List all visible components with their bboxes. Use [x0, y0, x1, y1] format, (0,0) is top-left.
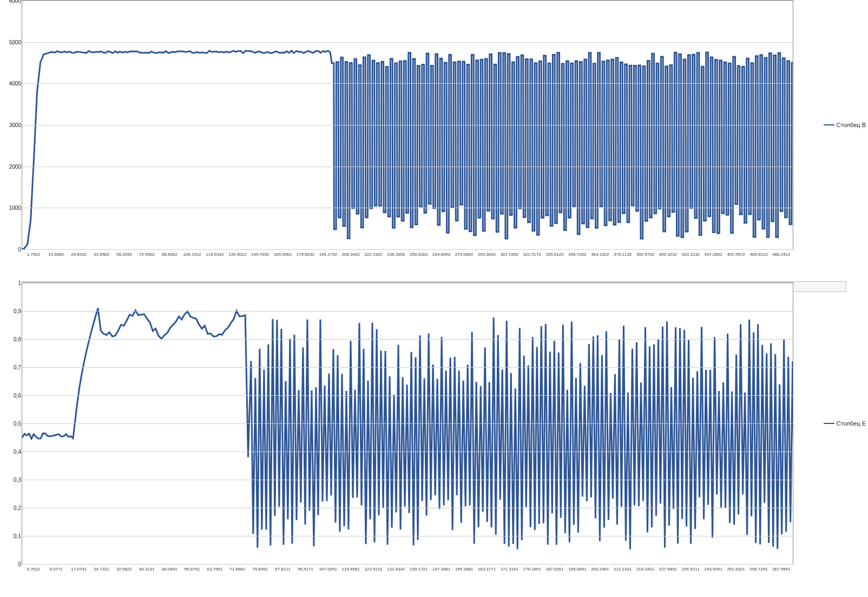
- x-tick-label: 321.5172: [521, 252, 543, 257]
- x-tick-label: 119.6342: [203, 252, 226, 257]
- gridline: [22, 423, 793, 424]
- x-tick-label: 115.4581: [339, 567, 362, 572]
- x-tick-label: 465.8312: [747, 252, 770, 257]
- x-tick-label: 87.8111: [272, 567, 294, 572]
- x-tick-label: 79.6991: [249, 567, 272, 572]
- gridline: [22, 452, 793, 452]
- x-tick-label: 71.6681: [226, 567, 249, 572]
- x-tick-label: 293.3842: [476, 252, 498, 257]
- x-tick-label: 155.2981: [453, 567, 476, 572]
- x-tick-label: 480.2412: [770, 252, 793, 257]
- x-tick-label: 219.3421: [634, 567, 657, 572]
- x-tick-label: 222.1922: [362, 252, 385, 257]
- chart-1-legend-swatch: [824, 124, 834, 125]
- x-tick-label: 88.8062: [158, 252, 181, 257]
- y-tick-label: 5000: [5, 39, 21, 45]
- x-tick-label: 187.0261: [543, 567, 566, 572]
- y-tick-label: 6000: [5, 0, 21, 4]
- chart-2-legend-swatch: [824, 423, 834, 424]
- x-tick-label: 95.5171: [294, 567, 317, 572]
- x-tick-label: 259.7251: [747, 567, 770, 572]
- x-tick-label: 264.8992: [430, 252, 453, 257]
- x-tick-label: 243.9291: [702, 567, 725, 572]
- chart-2: Столбец E 00,10,20,30,40,50,60,70,80,910…: [0, 277, 868, 591]
- y-tick-label: 4000: [5, 81, 21, 87]
- x-tick-label: 349.7202: [566, 252, 589, 257]
- x-tick-label: 267.5541: [770, 567, 793, 572]
- x-tick-label: 163.3771: [476, 567, 498, 572]
- gridline: [22, 83, 793, 84]
- gridline: [22, 480, 793, 480]
- x-tick-label: 131.4341: [385, 567, 407, 572]
- y-tick-label: 2000: [5, 163, 21, 169]
- y-tick-label: 1: [5, 280, 21, 286]
- x-tick-label: 227.9491: [657, 567, 680, 572]
- x-tick-label: 251.8321: [725, 567, 747, 572]
- gridline: [22, 125, 793, 125]
- x-tick-label: 179.1651: [521, 567, 543, 572]
- x-tick-label: 378.1132: [611, 252, 634, 257]
- x-tick-label: 63.7951: [203, 567, 226, 572]
- x-tick-label: 235.9111: [679, 567, 702, 572]
- y-tick-label: 0: [5, 247, 21, 253]
- x-tick-label: 392.5732: [634, 252, 657, 257]
- y-tick-label: 0,8: [5, 336, 21, 342]
- chart-1-series-label: Столбец B: [837, 122, 866, 128]
- y-tick-label: 0,7: [5, 364, 21, 370]
- y-tick-label: 3000: [5, 122, 21, 128]
- y-tick-label: 0,4: [5, 449, 21, 455]
- x-tick-label: 208.3442: [339, 252, 362, 257]
- chart-2-plot-area: Столбец E 00,10,20,30,40,50,60,70,80,910…: [22, 282, 793, 565]
- gridline: [22, 42, 793, 43]
- y-tick-label: 0: [5, 561, 21, 567]
- x-tick-label: 250.6262: [407, 252, 430, 257]
- x-tick-label: 1.7422: [22, 252, 45, 257]
- x-tick-label: 279.0892: [453, 252, 476, 257]
- x-tick-label: 17.0741: [68, 567, 90, 572]
- x-tick-label: 9.0771: [45, 567, 68, 572]
- x-tick-label: 165.0562: [272, 252, 294, 257]
- x-tick-label: 195.0941: [566, 567, 589, 572]
- x-tick-row: 1.742215.688229.693243.850258.204272.950…: [22, 252, 793, 257]
- x-tick-row: 0.78319.077117.074124.733132.582140.3131…: [22, 567, 793, 572]
- gridline: [22, 1, 793, 1]
- chart-1-legend: Столбец B: [824, 122, 866, 128]
- gridline: [22, 395, 793, 396]
- x-tick-label: 0.7831: [22, 567, 45, 572]
- y-tick-label: 0,6: [5, 393, 21, 399]
- y-tick-label: 0,3: [5, 477, 21, 483]
- x-tick-label: 134.9012: [226, 252, 249, 257]
- x-tick-label: 123.5131: [362, 567, 385, 572]
- x-tick-label: 451.5572: [725, 252, 747, 257]
- gridline: [22, 367, 793, 368]
- chart-2-legend: Столбец E: [824, 420, 866, 427]
- x-tick-label: 194.2742: [317, 252, 339, 257]
- x-tick-label: 72.9502: [135, 252, 158, 257]
- gridline: [22, 564, 793, 565]
- x-tick-label: 58.2042: [113, 252, 136, 257]
- x-tick-label: 32.5821: [113, 567, 136, 572]
- y-tick-label: 1000: [5, 205, 21, 211]
- x-tick-label: 48.0491: [158, 567, 181, 572]
- gridline: [22, 508, 793, 508]
- chart-1-plot-area: Столбец B 01000200030004000500060001.742…: [22, 0, 793, 250]
- chart-2-series-label: Столбец E: [837, 420, 866, 427]
- x-tick-label: 29.6932: [68, 252, 90, 257]
- x-tick-label: 107.0251: [317, 567, 339, 572]
- x-tick-label: 43.8502: [90, 252, 113, 257]
- x-tick-label: 55.6791: [181, 567, 203, 572]
- x-tick-label: 15.6882: [45, 252, 68, 257]
- x-tick-label: 139.1721: [407, 567, 430, 572]
- x-tick-label: 437.2802: [702, 252, 725, 257]
- x-tick-label: 203.2481: [589, 567, 611, 572]
- gridline: [22, 167, 793, 167]
- gridline: [22, 536, 793, 536]
- x-tick-label: 335.6122: [543, 252, 566, 257]
- x-tick-label: 236.3992: [385, 252, 407, 257]
- y-tick-label: 0,2: [5, 505, 21, 511]
- x-tick-label: 423.3132: [679, 252, 702, 257]
- x-tick-label: 409.3232: [657, 252, 680, 257]
- chart-1: Столбец B 01000200030004000500060001.742…: [0, 0, 868, 281]
- x-tick-label: 104.1912: [181, 252, 203, 257]
- gridline: [22, 208, 793, 208]
